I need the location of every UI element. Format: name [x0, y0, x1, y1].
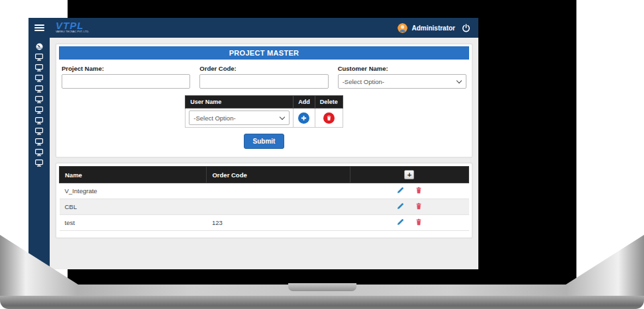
sidebar-item-module-6[interactable] [28, 105, 50, 115]
plus-icon [301, 115, 307, 121]
submit-button[interactable]: Submit [244, 134, 285, 149]
sidebar-item-module-10[interactable] [28, 147, 50, 157]
project-master-card: PROJECT MASTER Project Name: Order Code:… [56, 44, 472, 157]
delete-col-header: Delete [315, 96, 343, 109]
logged-in-user: Administrator [411, 24, 455, 32]
project-name-label: Project Name: [62, 65, 190, 72]
top-navbar: VTPL VARELI TECNAC PVT. LTD. Administrat… [28, 18, 478, 38]
main-content: PROJECT MASTER Project Name: Order Code:… [50, 38, 478, 269]
sidebar-item-module-7[interactable] [28, 115, 50, 126]
order-code-cell: 123 [207, 215, 350, 231]
project-name-input[interactable] [62, 74, 190, 89]
user-assignment-table: User Name Add Delete -Select Option- [185, 95, 343, 128]
user-avatar-icon[interactable] [398, 23, 407, 33]
sidebar-item-module-8[interactable] [28, 126, 50, 136]
monitor-icon [35, 159, 43, 167]
monitor-icon [35, 149, 43, 156]
sidebar-item-module-5[interactable] [28, 94, 50, 105]
sidebar-item-module-4[interactable] [28, 83, 50, 94]
trash-icon [326, 115, 332, 121]
order-code-label: Order Code: [199, 65, 328, 72]
projects-list-card: Name Order Code + V_Integrate [56, 163, 472, 238]
monitor-icon [35, 107, 43, 114]
table-row: test 123 [60, 215, 469, 231]
delete-row-button[interactable] [411, 186, 427, 196]
pencil-icon [397, 202, 404, 210]
logo-subtext: VARELI TECNAC PVT. LTD. [56, 30, 123, 33]
name-col-header: Name [60, 167, 207, 183]
sidebar-item-dashboard[interactable] [28, 41, 50, 52]
delete-row-button[interactable] [411, 202, 427, 212]
customer-name-select-wrap: -Select Option- [338, 74, 466, 89]
delete-row-button[interactable] [411, 218, 427, 228]
sidebar [28, 38, 50, 269]
trash-icon [415, 218, 422, 226]
logo-text: VTPL [56, 21, 123, 30]
laptop-latch [288, 283, 356, 291]
sidebar-item-module-2[interactable] [28, 62, 50, 73]
user-name-select[interactable]: -Select Option- [189, 110, 290, 125]
table-row: CBL [60, 199, 469, 215]
customer-name-label: Customer Name: [338, 65, 466, 72]
monitor-icon [35, 64, 43, 71]
trash-icon [415, 187, 422, 194]
project-name-cell: test [60, 215, 207, 231]
monitor-icon [35, 138, 43, 146]
monitor-icon [35, 117, 43, 124]
delete-user-button[interactable] [323, 112, 335, 124]
customer-name-select[interactable]: -Select Option- [338, 74, 466, 89]
order-code-col-header: Order Code [207, 167, 350, 183]
sidebar-item-module-3[interactable] [28, 73, 50, 83]
monitor-icon [35, 128, 43, 135]
logout-power-icon[interactable] [462, 24, 470, 32]
laptop-base-bottom [0, 296, 644, 309]
user-name-col-header: User Name [186, 96, 294, 109]
project-name-cell: V_Integrate [60, 183, 207, 199]
sidebar-item-module-1[interactable] [28, 52, 50, 62]
pencil-icon [397, 187, 404, 194]
sidebar-item-module-11[interactable] [28, 157, 50, 168]
project-name-cell: CBL [60, 199, 207, 215]
dashboard-icon [36, 43, 43, 50]
project-table-body: V_Integrate CBL [60, 183, 469, 231]
add-project-button[interactable]: + [404, 170, 414, 179]
monitor-icon [35, 75, 43, 82]
order-code-cell [207, 183, 350, 199]
projects-table: Name Order Code + V_Integrate [59, 166, 469, 231]
monitor-icon [35, 54, 43, 61]
table-row: V_Integrate [60, 183, 469, 199]
monitor-icon [35, 96, 43, 103]
order-code-cell [207, 199, 350, 215]
hamburger-menu-icon[interactable] [28, 18, 50, 38]
page-title: PROJECT MASTER [59, 46, 469, 60]
edit-row-button[interactable] [392, 218, 409, 228]
user-name-select-wrap: -Select Option- [189, 110, 290, 125]
sidebar-item-module-9[interactable] [28, 136, 50, 147]
add-user-button[interactable] [298, 112, 309, 124]
monitor-icon [35, 85, 43, 93]
pencil-icon [397, 218, 404, 226]
add-col-header: Add [294, 96, 315, 109]
trash-icon [415, 202, 422, 210]
order-code-input[interactable] [199, 74, 328, 89]
edit-row-button[interactable] [392, 186, 409, 196]
app-window: VTPL VARELI TECNAC PVT. LTD. Administrat… [28, 18, 478, 269]
edit-row-button[interactable] [392, 202, 409, 212]
vtpl-logo: VTPL VARELI TECNAC PVT. LTD. [56, 21, 123, 36]
